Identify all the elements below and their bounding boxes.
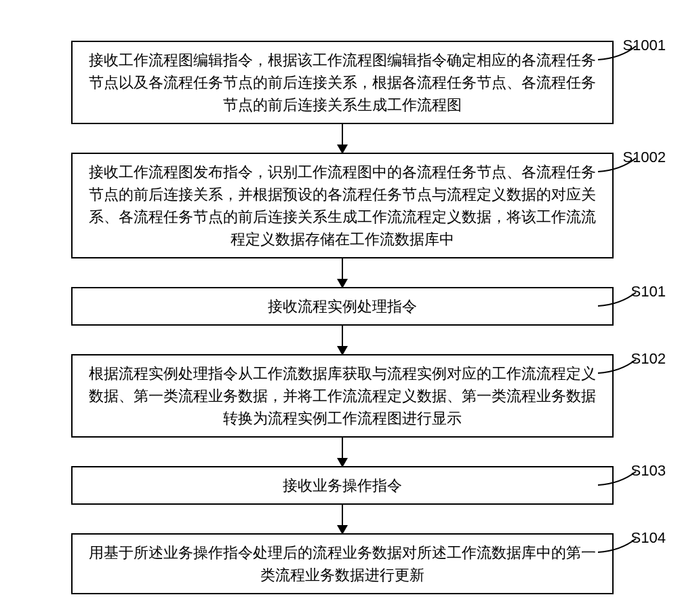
arrow-down	[342, 124, 343, 153]
step-text: 接收工作流程图编辑指令，根据该工作流程图编辑指令确定相应的各流程任务节点以及各流…	[86, 49, 599, 116]
step-box-s103: 接收业务操作指令	[71, 466, 614, 505]
step-box-s101: 接收流程实例处理指令	[71, 287, 614, 326]
step-text: 接收流程实例处理指令	[268, 295, 417, 317]
step-label-s1002: S1002	[622, 149, 666, 166]
arrow-down	[342, 326, 343, 354]
step-label-s101: S101	[631, 283, 666, 301]
arrow-down	[342, 438, 343, 466]
step-text: 根据流程实例处理指令从工作流数据库获取与流程实例对应的工作流流程定义数据、第一类…	[86, 362, 599, 429]
step-wrapper-s103: S103 接收业务操作指令	[41, 466, 644, 505]
step-text: 用基于所述业务操作指令处理后的流程业务数据对所述工作流数据库中的第一类流程业务数…	[86, 541, 599, 586]
step-box-s1001: 接收工作流程图编辑指令，根据该工作流程图编辑指令确定相应的各流程任务节点以及各流…	[71, 41, 614, 124]
step-label-s104: S104	[631, 529, 666, 547]
arrow-down	[342, 258, 343, 287]
arrow-down	[342, 505, 343, 533]
step-box-s1002: 接收工作流程图发布指令，识别工作流程图中的各流程任务节点、各流程任务节点的前后连…	[71, 153, 614, 258]
step-wrapper-s104: S104 用基于所述业务操作指令处理后的流程业务数据对所述工作流数据库中的第一类…	[41, 533, 644, 594]
step-wrapper-s1002: S1002 接收工作流程图发布指令，识别工作流程图中的各流程任务节点、各流程任务…	[41, 153, 644, 258]
step-label-s1001: S1001	[622, 37, 666, 54]
flowchart-container: S1001 接收工作流程图编辑指令，根据该工作流程图编辑指令确定相应的各流程任务…	[41, 41, 644, 594]
step-label-s103: S103	[631, 462, 666, 480]
step-box-s104: 用基于所述业务操作指令处理后的流程业务数据对所述工作流数据库中的第一类流程业务数…	[71, 533, 614, 594]
step-text: 接收业务操作指令	[283, 474, 402, 497]
step-wrapper-s101: S101 接收流程实例处理指令	[41, 287, 644, 326]
step-text: 接收工作流程图发布指令，识别工作流程图中的各流程任务节点、各流程任务节点的前后连…	[86, 161, 599, 250]
step-box-s102: 根据流程实例处理指令从工作流数据库获取与流程实例对应的工作流流程定义数据、第一类…	[71, 354, 614, 438]
step-wrapper-s1001: S1001 接收工作流程图编辑指令，根据该工作流程图编辑指令确定相应的各流程任务…	[41, 41, 644, 124]
step-label-s102: S102	[631, 350, 666, 368]
step-wrapper-s102: S102 根据流程实例处理指令从工作流数据库获取与流程实例对应的工作流流程定义数…	[41, 354, 644, 438]
